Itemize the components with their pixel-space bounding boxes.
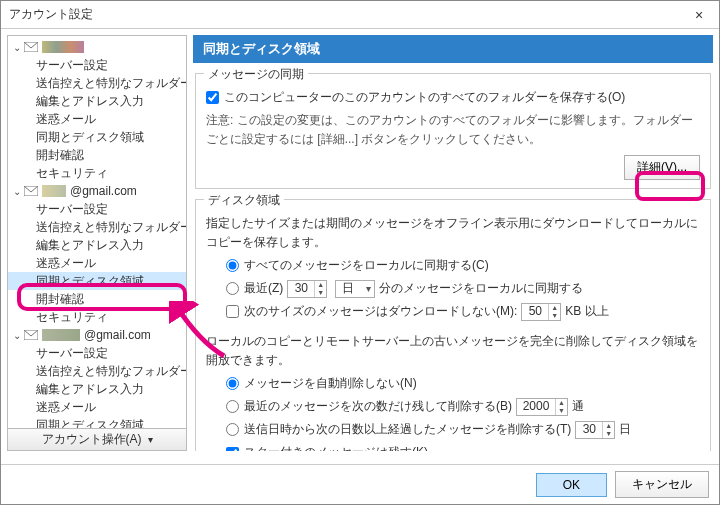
tree-child-label: 送信控えと特別なフォルダー [36,75,186,92]
sync-all-radio-label: すべてのメッセージをローカルに同期する(C) [244,256,489,275]
no-download-over-value: 50 [529,302,542,321]
account-suffix: @gmail.com [84,328,151,342]
account-operations-button[interactable]: アカウント操作(A) ▾ [8,428,186,450]
store-folders-checkbox-label: このコンピューターのこのアカウントのすべてのフォルダーを保存する(O) [224,88,625,107]
tree-child-row[interactable]: 同期とディスク領域 [8,128,186,146]
tree-child-row[interactable]: 同期とディスク領域 [8,272,186,290]
sync-recent-days-value: 30 [295,279,308,298]
tree-child-label: 同期とディスク領域 [36,129,144,146]
tree-child-row[interactable]: 送信控えと特別なフォルダー [8,218,186,236]
sync-recent-unit-select[interactable]: 日 [335,280,375,298]
sync-recent-days-spinner[interactable]: 30 ▲▼ [287,280,327,298]
message-sync-legend: メッセージの同期 [204,66,308,83]
keep-starred-checkbox[interactable]: スター付きのメッセージは残す(K) [226,443,428,451]
sync-note: 注意: この設定の変更は、このアカウントのすべてのフォルダーに影響します。フォル… [206,111,700,149]
tree-child-row[interactable]: セキュリティ [8,308,186,326]
titlebar: アカウント設定 × [1,1,719,29]
store-folders-checkbox-input[interactable] [206,91,219,104]
purge-none-radio-label: メッセージを自動削除しない(N) [244,374,417,393]
tree-child-row[interactable]: 編集とアドレス入力 [8,380,186,398]
tree-child-row[interactable]: 迷惑メール [8,254,186,272]
tree-account-row[interactable]: ⌄@gmail.com [8,182,186,200]
store-folders-checkbox[interactable]: このコンピューターのこのアカウントのすべてのフォルダーを保存する(O) [206,88,625,107]
close-button[interactable]: × [679,1,719,28]
tree-child-label: 迷惑メール [36,111,96,128]
sync-recent-unit-value: 日 [342,279,354,298]
chevron-down-icon: ▾ [148,434,153,445]
disk-space-fieldset: ディスク領域 指定したサイズまたは期間のメッセージをオフライン表示用にダウンロー… [195,199,711,451]
account-operations-label: アカウント操作(A) [42,431,142,448]
pane-title: 同期とディスク領域 [193,35,713,63]
purge-none-radio-input[interactable] [226,377,239,390]
ok-button[interactable]: OK [536,473,607,497]
tree-child-label: 開封確認 [36,147,84,164]
account-tree-sidebar: ⌄サーバー設定送信控えと特別なフォルダー編集とアドレス入力迷惑メール同期とディス… [7,35,187,451]
purge-keep-n-label-pre: 最近のメッセージを次の数だけ残して削除する(B) [244,397,512,416]
purge-age-spinner[interactable]: 30 ▲▼ [575,421,615,439]
tree-child-row[interactable]: 同期とディスク領域 [8,416,186,428]
no-download-over-checkbox[interactable]: 次のサイズのメッセージはダウンロードしない(M): [226,302,517,321]
tree-child-row[interactable]: 開封確認 [8,290,186,308]
tree-child-label: サーバー設定 [36,57,108,74]
mail-icon [24,186,38,196]
disk-intro: 指定したサイズまたは期間のメッセージをオフライン表示用にダウンロードしてローカル… [206,214,700,252]
no-download-over-spinner[interactable]: 50 ▲▼ [521,303,561,321]
purge-age-radio-input[interactable] [226,423,239,436]
tree-child-label: 送信控えと特別なフォルダー [36,363,186,380]
tree-account-row[interactable]: ⌄ [8,38,186,56]
purge-keep-n-radio-input[interactable] [226,400,239,413]
no-download-over-checkbox-input[interactable] [226,305,239,318]
tree-child-label: 編集とアドレス入力 [36,381,144,398]
purge-age-unit: 日 [619,420,631,439]
tree-child-row[interactable]: サーバー設定 [8,344,186,362]
tree-child-label: 同期とディスク領域 [36,417,144,429]
purge-none-radio[interactable]: メッセージを自動削除しない(N) [226,374,417,393]
tree-child-row[interactable]: 迷惑メール [8,110,186,128]
tree-child-row[interactable]: サーバー設定 [8,200,186,218]
tree-child-row[interactable]: 送信控えと特別なフォルダー [8,74,186,92]
dialog-footer: OK キャンセル [1,464,719,504]
tree-child-row[interactable]: 迷惑メール [8,398,186,416]
window-title: アカウント設定 [9,6,93,23]
tree-child-label: サーバー設定 [36,345,108,362]
purge-age-radio[interactable]: 送信日時から次の日数以上経過したメッセージを削除する(T) [226,420,571,439]
tree-child-label: 編集とアドレス入力 [36,93,144,110]
sync-all-radio-input[interactable] [226,259,239,272]
account-name-redacted [42,185,66,197]
tree-child-row[interactable]: 送信控えと特別なフォルダー [8,362,186,380]
sync-recent-radio-input[interactable] [226,282,239,295]
tree-child-label: サーバー設定 [36,201,108,218]
tree-child-row[interactable]: 編集とアドレス入力 [8,92,186,110]
tree-child-label: 同期とディスク領域 [36,273,144,290]
purge-age-value: 30 [583,420,596,439]
account-name-redacted [42,41,84,53]
keep-starred-checkbox-input[interactable] [226,447,239,451]
purge-keep-n-spinner[interactable]: 2000 ▲▼ [516,398,568,416]
purge-intro: ローカルのコピーとリモートサーバー上の古いメッセージを完全に削除してディスク領域… [206,332,700,370]
content-area: ⌄サーバー設定送信控えと特別なフォルダー編集とアドレス入力迷惑メール同期とディス… [1,29,719,457]
sync-recent-radio[interactable]: 最近(Z) [226,279,283,298]
purge-keep-n-unit: 通 [572,397,584,416]
tree-child-label: セキュリティ [36,309,108,326]
tree-child-label: 編集とアドレス入力 [36,237,144,254]
tree-child-row[interactable]: 開封確認 [8,146,186,164]
sync-all-radio[interactable]: すべてのメッセージをローカルに同期する(C) [226,256,489,275]
twisty-icon: ⌄ [12,330,22,341]
tree-child-row[interactable]: セキュリティ [8,164,186,182]
tree-child-label: 送信控えと特別なフォルダー [36,219,186,236]
tree-child-label: セキュリティ [36,165,108,182]
account-name-redacted [42,329,80,341]
sync-recent-radio-label-post: 分のメッセージをローカルに同期する [379,279,583,298]
tree-child-label: 開封確認 [36,291,84,308]
disk-space-legend: ディスク領域 [204,192,284,209]
tree-account-row[interactable]: ⌄@gmail.com [8,326,186,344]
no-download-over-label-pre: 次のサイズのメッセージはダウンロードしない(M): [244,302,517,321]
tree-child-row[interactable]: 編集とアドレス入力 [8,236,186,254]
purge-keep-n-radio[interactable]: 最近のメッセージを次の数だけ残して削除する(B) [226,397,512,416]
sync-advanced-button[interactable]: 詳細(V)... [624,155,700,180]
tree-child-row[interactable]: サーバー設定 [8,56,186,74]
account-tree[interactable]: ⌄サーバー設定送信控えと特別なフォルダー編集とアドレス入力迷惑メール同期とディス… [8,36,186,428]
cancel-button[interactable]: キャンセル [615,471,709,498]
mail-icon [24,330,38,340]
settings-pane: 同期とディスク領域 メッセージの同期 このコンピューターのこのアカウントのすべて… [193,35,713,451]
